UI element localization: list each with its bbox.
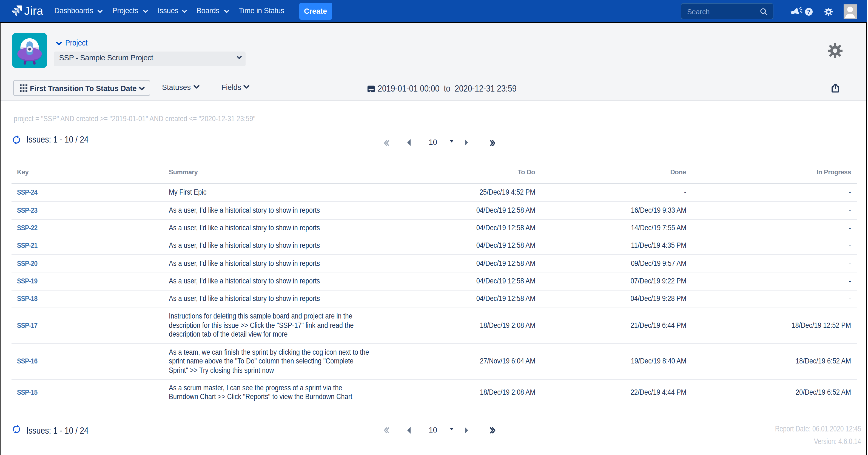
svg-text:?: ? (807, 8, 811, 14)
